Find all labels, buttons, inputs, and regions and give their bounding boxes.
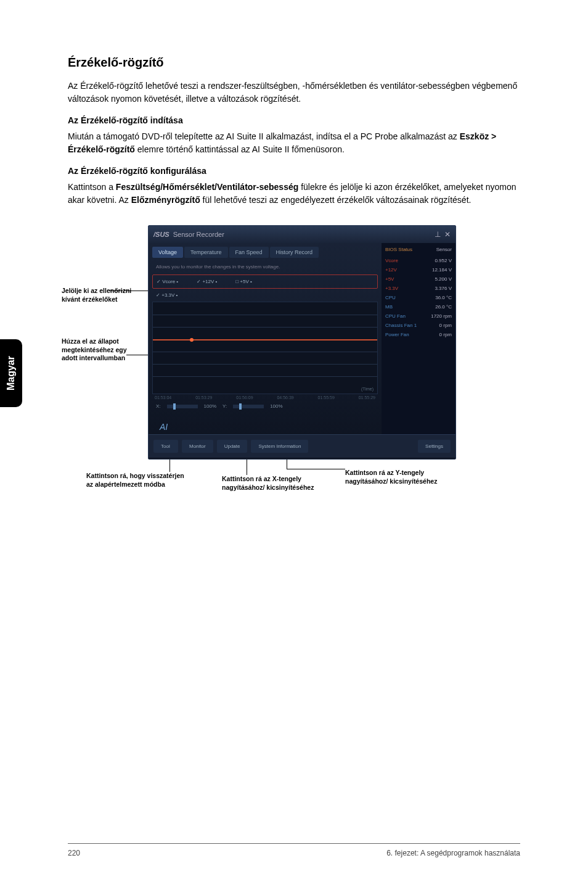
side-item: MB26.0 °C	[385, 302, 452, 311]
window-title: Sensor Recorder	[173, 231, 224, 238]
side-panel: BIOS Status Sensor Vcore0.952 V+12V12.18…	[382, 243, 455, 434]
btn-settings[interactable]: Settings	[418, 440, 451, 453]
language-tab: Magyar	[0, 339, 22, 407]
sensor-checkboxes: ✓ Vcore • ✓ +12V • □ +5V •	[152, 274, 378, 289]
y-label: Y:	[223, 403, 227, 409]
page-footer: 220 6. fejezet: A segédprogramok használ…	[68, 843, 520, 857]
app-screenshot: /SUS Sensor Recorder ⊥ ✕ Voltage Tempera…	[148, 225, 456, 460]
tab-voltage[interactable]: Voltage	[152, 247, 183, 258]
check-3v[interactable]: ✓ +3.3V •	[156, 292, 178, 298]
callout-drag: Húzza el az állapot megtekintéséhez egy …	[62, 337, 142, 363]
sub2-title: Az Érzékelő-rögzítő konfigurálása	[68, 166, 520, 176]
chapter-label: 6. fejezet: A segédprogramok használata	[386, 849, 520, 857]
side-item: Power Fan0 rpm	[385, 330, 452, 339]
x-zoom-slider[interactable]	[167, 405, 198, 408]
sub2-text-c: fül lehetővé teszi az engedélyezett érzé…	[200, 195, 472, 205]
side-item: CPU Fan1720 rpm	[385, 311, 452, 321]
chart-dot	[190, 338, 194, 342]
check-vcore[interactable]: ✓ Vcore •	[157, 279, 178, 284]
figure-area: Jelölje ki az ellenőrizni kívánt érzékel…	[68, 225, 520, 546]
callout-x-zoom: Kattintson rá az X-tengely nagyításához/…	[222, 475, 321, 492]
tab-history-record[interactable]: History Record	[270, 247, 319, 258]
sub1-text-a: Miután a támogató DVD-ről telepítette az…	[68, 131, 460, 141]
timecodes: 01:53:04 01:53:29 01:56:09 04:56:39 01:5…	[152, 394, 378, 401]
sub2-text: Kattintson a Feszültség/Hőmérséklet/Vent…	[68, 181, 520, 207]
btn-tool[interactable]: Tool	[153, 440, 178, 453]
btn-sysinfo[interactable]: System Information	[251, 440, 308, 453]
x-val: 100%	[204, 403, 216, 409]
btn-monitor[interactable]: Monitor	[182, 440, 213, 453]
bottom-bar: Tool Monitor Update System Information S…	[149, 434, 455, 458]
page-number: 220	[68, 849, 80, 857]
minimize-icon[interactable]: ⊥	[435, 230, 441, 239]
time-axis-label: (Time)	[361, 387, 374, 391]
side-item: +5V5.200 V	[385, 274, 452, 284]
y-val: 100%	[270, 403, 282, 409]
sub1-text: Miután a támogató DVD-ről telepítette az…	[68, 130, 520, 156]
check-12v[interactable]: ✓ +12V •	[197, 279, 217, 284]
section-title: Érzékelő-rögzítő	[68, 56, 520, 70]
side-item: CPU36.0 °C	[385, 293, 452, 302]
callout-y-zoom: Kattintson rá az Y-tengely nagyításához/…	[345, 469, 444, 485]
brand-logo: /SUS	[153, 231, 169, 238]
side-item: Vcore0.952 V	[385, 256, 452, 265]
side-item: +3.3V3.376 V	[385, 284, 452, 293]
tabs: Voltage Temperature Fan Speed History Re…	[152, 247, 378, 258]
close-icon[interactable]: ✕	[444, 230, 451, 239]
tab-fan-speed[interactable]: Fan Speed	[229, 247, 269, 258]
side-item: Chassis Fan 10 rpm	[385, 321, 452, 330]
callout-sensors: Jelölje ki az ellenőrizni kívánt érzékel…	[62, 287, 142, 303]
sub1-title: Az Érzékelő-rögzítő indítása	[68, 115, 520, 125]
btn-update[interactable]: Update	[217, 440, 248, 453]
language-tab-label: Magyar	[6, 356, 17, 390]
callout-default: Kattintson rá, hogy visszatérjen az alap…	[86, 472, 185, 489]
page-content: Érzékelő-rögzítő Az Érzékelő-rögzítő leh…	[0, 0, 588, 546]
hint-text: Allows you to monitor the changes in the…	[152, 262, 378, 272]
intro-text: Az Érzékelő-rögzítő lehetővé teszi a ren…	[68, 80, 520, 105]
sub1-text-b: elemre történő kattintással az AI Suite …	[135, 144, 345, 154]
side-item: +12V12.184 V	[385, 265, 452, 274]
zoom-sliders: X: 100% Y: 100%	[152, 401, 378, 411]
side-title-left[interactable]: BIOS Status	[385, 247, 412, 252]
sub2-bold-b: Előzményrögzítő	[131, 195, 200, 205]
sub2-bold-a: Feszültség/Hőmérséklet/Ventilátor-sebess…	[116, 182, 298, 192]
titlebar: /SUS Sensor Recorder ⊥ ✕	[149, 226, 455, 243]
y-zoom-slider[interactable]	[233, 405, 264, 408]
side-title-right[interactable]: Sensor	[436, 247, 452, 252]
callout-line	[287, 469, 345, 469]
x-label: X:	[156, 403, 161, 409]
ai-logo-icon: AI	[160, 422, 172, 433]
tab-temperature[interactable]: Temperature	[184, 247, 228, 258]
sub2-text-a: Kattintson a	[68, 182, 116, 192]
check-5v[interactable]: □ +5V •	[235, 279, 252, 284]
chart-plot-line	[153, 339, 377, 340]
chart-area[interactable]: (Time)	[152, 302, 378, 394]
